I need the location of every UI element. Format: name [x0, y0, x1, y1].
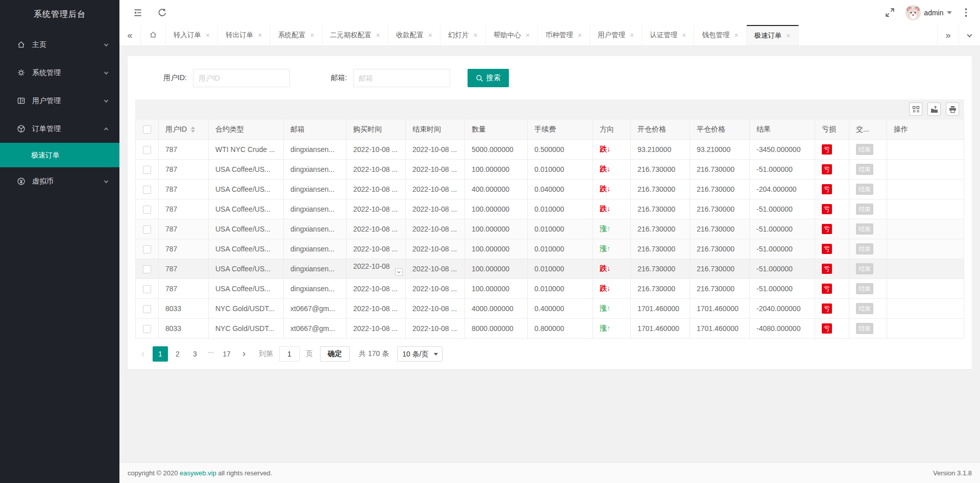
close_price-cell: 216.730000 [690, 180, 750, 199]
page-button-3[interactable]: 3 [187, 346, 203, 362]
tab-close-icon[interactable]: × [258, 31, 262, 39]
email-cell: xt0667@gm... [284, 319, 347, 339]
page-next-button[interactable]: › [236, 346, 252, 362]
goto-page-input[interactable] [279, 346, 300, 362]
page-button-1[interactable]: 1 [153, 346, 168, 362]
sidebar-item-virtual-coin[interactable]: 虚拟币 [0, 167, 119, 195]
user-id-input[interactable] [193, 69, 290, 87]
fee-cell: 0.010000 [528, 199, 593, 219]
goto-confirm-button[interactable]: 确定 [320, 346, 350, 362]
tab-close-icon[interactable]: × [787, 32, 791, 40]
result-cell: -51.000000 [750, 259, 815, 279]
export-button[interactable] [927, 103, 941, 116]
sidebar-item-fast-orders[interactable]: 极速订单 [0, 143, 119, 167]
direction-down-label: 跌↓ [600, 185, 610, 193]
row-checkbox[interactable] [143, 206, 151, 214]
table-row: 8033NYC Gold/USDT...xt0667@gm...2022-10-… [136, 299, 964, 319]
row-checkbox[interactable] [143, 166, 151, 174]
page-button-17[interactable]: 17 [219, 346, 234, 362]
tab-8[interactable]: 币种管理 × [538, 25, 590, 45]
fullscreen-icon[interactable] [885, 8, 895, 18]
tabs-scroll-left-button[interactable]: « [119, 25, 141, 45]
tab-close-icon[interactable]: × [734, 31, 738, 39]
status-badge: 结束 [856, 223, 873, 235]
tab-close-icon[interactable]: × [578, 31, 582, 39]
columns-toggle-button[interactable] [909, 103, 922, 116]
row-checkbox[interactable] [143, 146, 151, 154]
refresh-icon[interactable] [157, 8, 167, 18]
trade-status-cell: 结束 [849, 299, 887, 319]
end_time-cell: 2022-10-08 ... [406, 199, 465, 219]
actions-cell [887, 160, 964, 180]
easyweb-link[interactable]: easyweb.vip [180, 469, 216, 477]
row-checkbox[interactable] [143, 186, 151, 194]
collapse-menu-icon[interactable] [133, 8, 143, 18]
tab-3[interactable]: 系统配置 × [270, 25, 322, 45]
tab-1[interactable]: 转入订单 × [166, 25, 218, 45]
tab-close-icon[interactable]: × [376, 31, 380, 39]
tab-home[interactable] [141, 25, 166, 45]
tab-5[interactable]: 收款配置 × [388, 25, 440, 45]
more-vertical-icon[interactable] [962, 7, 970, 18]
tab-close-icon[interactable]: × [428, 31, 432, 39]
page-prev-button[interactable]: ‹ [135, 346, 151, 362]
open_price-cell: 216.730000 [631, 219, 690, 239]
status-badge: 结束 [856, 303, 873, 314]
tab-label: 用户管理 [598, 31, 625, 40]
page-size-select[interactable]: 10 条/页 [397, 346, 443, 362]
direction-cell: 跌↓ [593, 180, 631, 199]
actions-cell [887, 199, 964, 219]
sidebar-item-home[interactable]: 主页 [0, 31, 119, 59]
tab-10[interactable]: 认证管理 × [642, 25, 694, 45]
tab-close-icon[interactable]: × [526, 31, 530, 39]
result-cell: -4080.000000 [750, 319, 815, 339]
quantity-cell: 100.000000 [465, 160, 528, 180]
contract-cell: USA Coffee/US... [209, 219, 284, 239]
tab-9[interactable]: 用户管理 × [590, 25, 642, 45]
row-checkbox[interactable] [143, 325, 151, 333]
row-checkbox[interactable] [143, 245, 151, 253]
sidebar-item-users[interactable]: 用户管理 [0, 87, 119, 115]
sidebar-item-label: 虚拟币 [32, 177, 103, 186]
select-all-checkbox[interactable] [143, 125, 151, 134]
sidebar-item-orders[interactable]: 订单管理 [0, 115, 119, 143]
user-menu[interactable]: admin [905, 5, 951, 20]
tab-close-icon[interactable]: × [310, 31, 314, 39]
row-checkbox[interactable] [143, 305, 151, 313]
expand-hint-button[interactable] [395, 268, 403, 276]
tab-close-icon[interactable]: × [682, 31, 686, 39]
row-checkbox[interactable] [143, 265, 151, 273]
sidebar-item-system[interactable]: 系统管理 [0, 59, 119, 87]
tab-12[interactable]: 极速订单 × [747, 25, 799, 45]
page-button-2[interactable]: 2 [170, 346, 185, 362]
tab-11[interactable]: 钱包管理 × [694, 25, 746, 45]
actions-cell [887, 259, 964, 279]
page-ellipsis: ... [205, 346, 217, 362]
direction-cell: 跌↓ [593, 140, 631, 160]
tab-6[interactable]: 幻灯片 × [440, 25, 486, 45]
tab-close-icon[interactable]: × [473, 31, 477, 39]
avatar[interactable] [905, 5, 921, 20]
column-header-contract: 合约类型 [209, 119, 284, 140]
tab-close-icon[interactable]: × [206, 31, 210, 39]
print-button[interactable] [946, 103, 959, 116]
row-checkbox[interactable] [143, 285, 151, 293]
email-input[interactable] [353, 69, 450, 87]
tab-close-icon[interactable]: × [630, 31, 634, 39]
tab-2[interactable]: 转出订单 × [218, 25, 270, 45]
result-cell: -51.000000 [750, 160, 815, 180]
close_price-cell: 1701.460000 [690, 319, 750, 339]
close_price-cell: 1701.460000 [690, 299, 750, 319]
tabs-dropdown-button[interactable] [959, 25, 980, 45]
tab-7[interactable]: 帮助中心 × [486, 25, 538, 45]
row-select-cell [136, 140, 159, 160]
contract-cell: WTI NYC Crude ... [209, 140, 284, 160]
tabs-scroll-right-button[interactable]: » [937, 25, 959, 45]
search-button[interactable]: 搜索 [468, 69, 509, 87]
quantity-cell: 100.000000 [465, 279, 528, 299]
sort-icon[interactable] [191, 126, 195, 133]
goto-label: 到第 [259, 349, 273, 359]
row-checkbox[interactable] [143, 225, 151, 234]
tab-4[interactable]: 二元期权配置 × [323, 25, 388, 45]
contract-cell: USA Coffee/US... [209, 239, 284, 259]
